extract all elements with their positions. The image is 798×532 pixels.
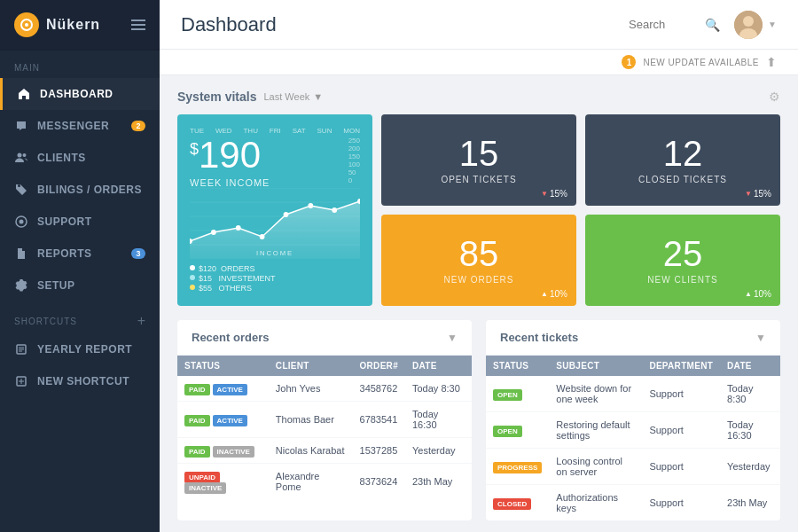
ticket-subject: Restoring default settings — [549, 412, 642, 449]
closed-tickets-label: Closed Tickets — [638, 175, 727, 184]
svg-point-14 — [743, 16, 754, 27]
new-orders-percent: ▲ 10% — [541, 289, 567, 299]
sidebar-label-reports: Reports — [37, 247, 92, 260]
sidebar-label-messenger: Messenger — [37, 120, 109, 132]
recent-orders-table: Status Client Order# Date PAID ACTIVE Jo… — [177, 356, 472, 499]
add-shortcut-button[interactable]: + — [137, 314, 145, 328]
ticket-date: Yesterday — [720, 449, 780, 485]
sidebar-label-dashboard: Dashboard — [40, 88, 113, 100]
new-clients-value: 25 — [663, 236, 703, 271]
search-input[interactable] — [629, 18, 700, 31]
sidebar-item-billings[interactable]: Bilings / Orders — [0, 174, 160, 206]
avatar[interactable] — [734, 11, 763, 39]
svg-point-5 — [20, 220, 24, 224]
recent-orders-header: Recent orders ▼ — [177, 320, 472, 356]
sidebar-item-reports[interactable]: Reports 3 — [0, 238, 160, 270]
order-date: 23th May — [405, 464, 472, 500]
main-content: Dashboard 🔍 ▼ 1 New Update Available ⬆ S… — [160, 0, 798, 532]
week-income-amount: $190 — [190, 137, 270, 174]
shortcuts-label: Shortcuts — [14, 317, 77, 326]
tag-icon — [14, 183, 28, 197]
col-date: Date — [405, 356, 472, 376]
recent-tickets-card: Recent tickets ▼ Status Subject Departme… — [486, 320, 780, 520]
table-row: PAID ACTIVE Thomas Baer 6783541 Today 16… — [177, 402, 472, 438]
open-tickets-percent: ▼ 15% — [541, 189, 567, 199]
search-box: 🔍 — [629, 18, 720, 32]
sidebar-label-clients: Clients — [37, 152, 86, 164]
sidebar-item-support[interactable]: Support — [0, 206, 160, 238]
tickets-filter-icon[interactable]: ▼ — [755, 332, 766, 344]
search-icon[interactable]: 🔍 — [705, 18, 720, 32]
sidebar-item-new-shortcut[interactable]: New Shortcut — [0, 365, 160, 397]
stats-grid: TUE WED THU FRI SAT SUN MON $190 Week In… — [177, 114, 780, 306]
tcol-subject: Subject — [549, 356, 642, 376]
ticket-date: 23th May — [720, 485, 780, 521]
order-date: Yesterday — [405, 438, 472, 464]
avatar-chevron-icon[interactable]: ▼ — [768, 20, 777, 29]
closed-tickets-value: 12 — [663, 136, 703, 171]
order-date: Today 16:30 — [405, 402, 472, 438]
sidebar-label-setup: Setup — [37, 279, 75, 292]
sidebar-item-dashboard[interactable]: Dashboard — [0, 78, 160, 110]
settings-gear-icon[interactable]: ⚙ — [769, 90, 780, 104]
svg-point-22 — [332, 207, 337, 213]
income-chart-svg: INCOME — [190, 188, 360, 259]
reports-badge: 3 — [131, 248, 145, 259]
period-selector[interactable]: Last Week ▼ — [264, 91, 324, 102]
order-client: Nicolas Karabat — [269, 438, 353, 464]
day-fri: FRI — [270, 127, 281, 135]
table-row: PROGRESS Loosing control on server Suppo… — [486, 449, 780, 485]
new-orders-value: 85 — [459, 236, 499, 271]
open-tickets-value: 15 — [459, 136, 499, 171]
svg-point-1 — [25, 23, 28, 27]
ticket-status: OPEN — [486, 376, 549, 412]
table-row: PAID INACTIVE Nicolas Karabat 1537285 Ye… — [177, 438, 472, 464]
ticket-status: PROGRESS — [486, 449, 549, 485]
hamburger-menu[interactable] — [131, 20, 145, 30]
recent-tickets-table: Status Subject Department Date OPEN Webs… — [486, 356, 780, 520]
chat-icon — [14, 119, 28, 133]
svg-point-2 — [18, 153, 22, 158]
recent-orders-title: Recent orders — [192, 331, 447, 344]
col-client: Client — [269, 356, 353, 376]
recent-orders-card: Recent orders ▼ Status Client Order# Dat… — [177, 320, 472, 520]
tcol-date: Date — [720, 356, 780, 376]
order-date: Today 8:30 — [405, 376, 472, 402]
update-bar: 1 New Update Available ⬆ — [160, 50, 798, 75]
chart-legend: $120 ORDERS $15 INVESTEMENT $55 OTHERS — [190, 264, 360, 293]
ticket-subject: Loosing control on server — [549, 449, 642, 485]
shortcuts-section: Shortcuts + — [0, 301, 160, 333]
new-shortcut-icon — [14, 374, 28, 388]
header: Dashboard 🔍 ▼ — [160, 0, 798, 50]
order-status: PAID INACTIVE — [177, 438, 269, 464]
sidebar-item-clients[interactable]: Clients — [0, 142, 160, 174]
order-number: 3458762 — [353, 376, 405, 402]
sidebar-item-messenger[interactable]: Messenger 2 — [0, 110, 160, 142]
order-client: John Yves — [269, 376, 353, 402]
new-clients-card: 25 New Clients ▲ 10% — [585, 215, 780, 306]
sidebar-label-support: Support — [37, 215, 92, 228]
day-mon: MON — [343, 127, 360, 135]
sidebar-item-setup[interactable]: Setup — [0, 270, 160, 301]
orders-filter-icon[interactable]: ▼ — [447, 332, 458, 344]
day-sun: SUN — [317, 127, 332, 135]
order-status: PAID ACTIVE — [177, 376, 269, 402]
upload-icon[interactable]: ⬆ — [766, 55, 777, 69]
table-row: CLOSED Authorizations keys Support 23th … — [486, 485, 780, 521]
sidebar-item-yearly-report[interactable]: Yearly Report — [0, 333, 160, 365]
recent-tickets-header: Recent tickets ▼ — [486, 320, 780, 356]
messenger-badge: 2 — [131, 121, 145, 131]
order-client: Thomas Baer — [269, 402, 353, 438]
sidebar: Nükern Main Dashboard Messenger 2 Client… — [0, 0, 160, 532]
ticket-dept: Support — [642, 412, 720, 449]
order-number: 6783541 — [353, 402, 405, 438]
support-icon — [14, 215, 28, 229]
page-title: Dashboard — [181, 13, 629, 36]
table-row: OPEN Restoring default settings Support … — [486, 412, 780, 449]
file-icon — [14, 246, 28, 261]
svg-point-18 — [236, 225, 241, 231]
ticket-dept: Support — [642, 485, 720, 521]
day-sat: SAT — [293, 127, 306, 135]
user-avatar-wrap: ▼ — [734, 11, 777, 39]
content-area: System vitals Last Week ▼ ⚙ TUE WED THU … — [160, 75, 798, 532]
